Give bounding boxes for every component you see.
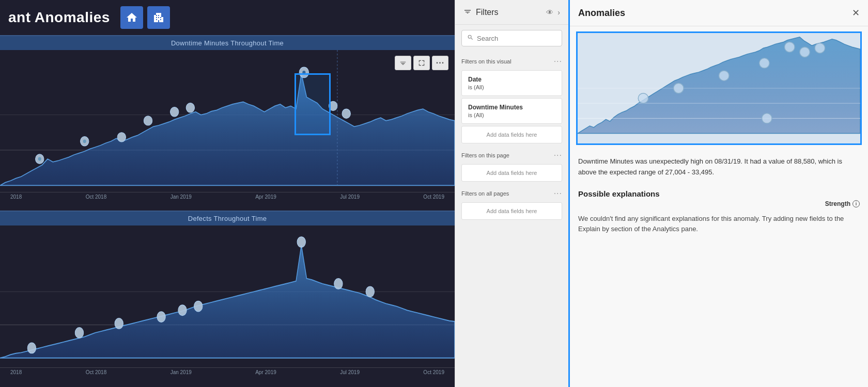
time-label-5: Oct 2019 (423, 194, 444, 200)
downtime-filter-value: is (All) (468, 112, 555, 118)
magnifier-icon (467, 34, 474, 41)
defects-axis-line (0, 367, 455, 368)
anomaly-description: Downtime Minutes was unexpectedly high o… (570, 150, 868, 184)
all-pages-filters-more[interactable]: ··· (554, 189, 562, 198)
filter-expand-icon[interactable]: › (557, 8, 560, 17)
visual-filters-section: Filters on this visual ··· Date is (All)… (455, 52, 568, 146)
downtime-axis-line (0, 192, 455, 192)
time-label-1: Oct 2018 (86, 194, 107, 200)
anomalies-detail-panel: Anomalies ✕ (568, 0, 868, 387)
visual-filters-section-title: Filters on this visual (461, 58, 512, 64)
svg-point-25 (297, 237, 305, 248)
defects-chart-body[interactable]: 2018 Oct 2018 Jan 2019 Apr 2019 Jul 2019… (0, 225, 455, 384)
all-pages-add-fields-label: Add data fields here (487, 208, 537, 214)
filter-eye-icon[interactable]: 👁 (546, 8, 553, 17)
visual-filters-more[interactable]: ··· (554, 57, 562, 66)
svg-point-10 (186, 103, 194, 112)
building-icon (152, 11, 165, 24)
building-icon-button[interactable] (147, 6, 170, 29)
downtime-filter-title: Downtime Minutes (468, 104, 555, 111)
all-pages-add-fields[interactable]: Add data fields here (461, 202, 562, 220)
filter-icon (399, 59, 407, 67)
filters-panel: Filters 👁 › Filters on this visual ··· D… (455, 0, 568, 387)
header-icons (120, 6, 170, 29)
home-icon (126, 11, 138, 24)
visual-add-fields[interactable]: Add data fields here (461, 126, 562, 143)
svg-point-4 (38, 157, 41, 161)
page-filters-label: Filters on this page ··· (455, 146, 568, 162)
svg-point-34 (719, 71, 730, 80)
svg-point-37 (800, 47, 810, 57)
downtime-filter-card[interactable]: Downtime Minutes is (All) (461, 98, 562, 124)
anomaly-preview-svg (578, 33, 860, 143)
downtime-chart-body[interactable]: 2018 Oct 2018 Jan 2019 Apr 2019 Jul 2019… (0, 50, 455, 209)
defects-time-label-4: Jul 2019 (340, 369, 360, 375)
filters-header-left: Filters (463, 7, 499, 17)
time-label-0: 2018 (10, 194, 22, 200)
svg-point-14 (342, 109, 350, 118)
all-pages-filters-label: Filters on all pages ··· (455, 184, 568, 200)
expand-toolbar-btn[interactable] (413, 56, 430, 70)
page-add-fields[interactable]: Add data fields here (461, 164, 562, 182)
date-filter-value: is (All) (468, 84, 555, 90)
defects-time-label-5: Oct 2019 (423, 369, 444, 375)
svg-point-35 (760, 58, 770, 68)
search-input[interactable] (477, 35, 556, 42)
svg-point-23 (178, 305, 187, 316)
svg-point-33 (674, 83, 684, 93)
strength-info-icon[interactable]: i (853, 200, 860, 207)
home-icon-button[interactable] (120, 6, 143, 29)
page-add-fields-label: Add data fields here (487, 170, 537, 176)
filters-title: Filters (476, 8, 499, 17)
explanation-text: We couldn't find any significant explana… (570, 209, 868, 239)
filters-funnel-icon (463, 7, 472, 17)
downtime-chart-title: Downtime Minutes Throughout Time (0, 36, 455, 50)
filter-search-box[interactable] (461, 30, 562, 46)
visual-add-fields-label: Add data fields here (487, 132, 537, 138)
selection-box (295, 73, 331, 135)
expand-icon (418, 59, 425, 67)
anomaly-chart-preview (576, 31, 862, 145)
date-filter-card[interactable]: Date is (All) (461, 70, 562, 96)
all-pages-filters-section: Filters on all pages ··· Add data fields… (455, 184, 568, 222)
explanation-text-content: We couldn't find any significant explana… (578, 215, 844, 233)
more-toolbar-btn[interactable]: ··· (432, 56, 448, 70)
defects-time-axis: 2018 Oct 2018 Jan 2019 Apr 2019 Jul 2019… (0, 369, 455, 375)
downtime-time-axis: 2018 Oct 2018 Jan 2019 Apr 2019 Jul 2019… (0, 194, 455, 200)
visual-filters-label: Filters on this visual ··· (455, 52, 568, 68)
anomalies-panel-title: Anomalies (578, 8, 625, 19)
page-filters-more[interactable]: ··· (554, 151, 562, 160)
svg-point-38 (815, 43, 825, 53)
svg-point-21 (115, 318, 123, 329)
anomalies-close-button[interactable]: ✕ (852, 7, 860, 19)
filters-header-actions: 👁 › (546, 8, 560, 17)
left-dashboard-panel: ant Anomalies ··· (0, 0, 455, 387)
defects-time-label-2: Jan 2019 (171, 369, 192, 375)
dashboard-header: ant Anomalies (0, 0, 455, 35)
defects-chart-title: Defects Throughout Time (0, 212, 455, 225)
svg-point-27 (366, 286, 374, 297)
svg-point-22 (157, 312, 165, 322)
filters-header: Filters 👁 › (455, 0, 568, 25)
defects-time-label-0: 2018 (10, 369, 22, 375)
chart-toolbar: ··· (395, 56, 448, 70)
funnel-icon-svg (463, 7, 472, 15)
dashboard-title: ant Anomalies (8, 9, 110, 26)
anomalies-panel-header: Anomalies ✕ (570, 0, 868, 26)
time-label-3: Apr 2019 (255, 194, 276, 200)
svg-point-36 (784, 42, 795, 52)
page-filters-section: Filters on this page ··· Add data fields… (455, 146, 568, 184)
downtime-chart-container: Downtime Minutes Throughout Time (0, 35, 455, 211)
date-filter-title: Date (468, 76, 555, 83)
time-label-2: Jan 2019 (171, 194, 192, 200)
svg-point-39 (762, 114, 772, 123)
page-filters-section-title: Filters on this page (461, 152, 509, 158)
svg-point-8 (144, 116, 152, 125)
filter-toolbar-btn[interactable] (395, 56, 411, 70)
defects-chart-svg (0, 225, 455, 384)
defects-time-label-3: Apr 2019 (255, 369, 276, 375)
search-icon (467, 34, 474, 42)
strength-header: Strength i (570, 200, 868, 209)
svg-point-7 (117, 133, 126, 142)
svg-point-26 (334, 279, 343, 289)
